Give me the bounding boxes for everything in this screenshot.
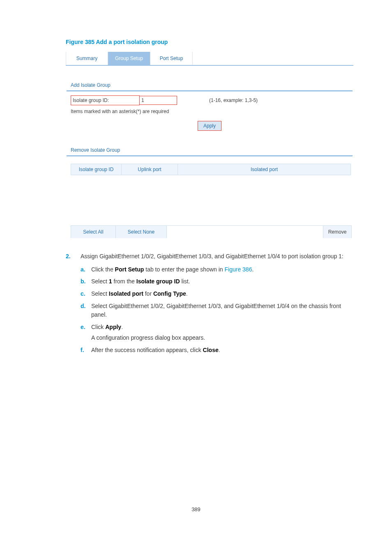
tab-group-setup[interactable]: Group Setup — [108, 52, 150, 65]
substep-f: f. After the success notification appear… — [81, 346, 353, 355]
substep-e-note: A configuration progress dialog box appe… — [91, 334, 353, 343]
page-number: 389 — [0, 506, 392, 512]
step-number: 2. — [66, 252, 81, 358]
table-action-row: Select All Select None Remove — [71, 225, 352, 238]
step-2-intro: Assign GigabitEthernet 1/0/2, GigabitEth… — [81, 253, 344, 260]
isolate-group-id-row: Isolate group ID: (1-16, example: 1,3-5) — [71, 95, 353, 105]
col-isolated-port[interactable]: Isolated port — [178, 164, 351, 175]
col-uplink-port[interactable]: Uplink port — [122, 164, 178, 175]
substep-letter: d. — [81, 302, 91, 320]
section-rule — [67, 90, 353, 91]
tab-bar: Summary Group Setup Port Setup — [66, 52, 353, 66]
remove-button[interactable]: Remove — [323, 226, 352, 238]
substep-b: b. Select 1 from the Isolate group ID li… — [81, 277, 353, 286]
col-isolate-group-id[interactable]: Isolate group ID — [71, 164, 122, 175]
step-2: 2. Assign GigabitEthernet 1/0/2, Gigabit… — [66, 252, 353, 358]
isolate-group-id-input[interactable] — [139, 96, 177, 105]
substep-letter: a. — [81, 265, 91, 274]
substep-letter: f. — [81, 346, 91, 355]
substep-letter: b. — [81, 277, 91, 286]
figure-caption: Figure 385 Add a port isolation group — [66, 39, 353, 45]
substep-c: c. Select Isolated port for Config Type. — [81, 290, 353, 299]
substep-d: d. Select GigabitEthernet 1/0/2, Gigabit… — [81, 302, 353, 320]
tab-summary[interactable]: Summary — [66, 52, 108, 65]
select-all-button[interactable]: Select All — [71, 226, 116, 238]
select-none-button[interactable]: Select None — [116, 226, 167, 238]
figure-386-link[interactable]: Figure 386 — [225, 266, 252, 273]
empty-row — [71, 175, 351, 226]
substep-letter: e. — [81, 323, 91, 342]
instruction-steps: 2. Assign GigabitEthernet 1/0/2, Gigabit… — [66, 252, 353, 358]
tab-port-setup[interactable]: Port Setup — [150, 52, 193, 65]
screenshot-panel: Summary Group Setup Port Setup Add Isola… — [66, 52, 353, 238]
add-isolate-group-title: Add Isolate Group — [71, 82, 353, 88]
apply-button[interactable]: Apply — [198, 121, 221, 131]
isolate-group-id-hint: (1-16, example: 1,3-5) — [209, 97, 258, 103]
substep-letter: c. — [81, 290, 91, 299]
section-rule-2 — [67, 155, 353, 156]
isolate-group-table: Isolate group ID Uplink port Isolated po… — [71, 164, 351, 225]
remove-isolate-group-title: Remove Isolate Group — [71, 147, 353, 153]
substep-e: e. Click Apply. A configuration progress… — [81, 323, 353, 342]
required-note: Items marked with an asterisk(*) are req… — [71, 109, 353, 114]
isolate-group-id-label: Isolate group ID: — [71, 95, 140, 105]
substep-a: a. Click the Port Setup tab to enter the… — [81, 265, 353, 274]
